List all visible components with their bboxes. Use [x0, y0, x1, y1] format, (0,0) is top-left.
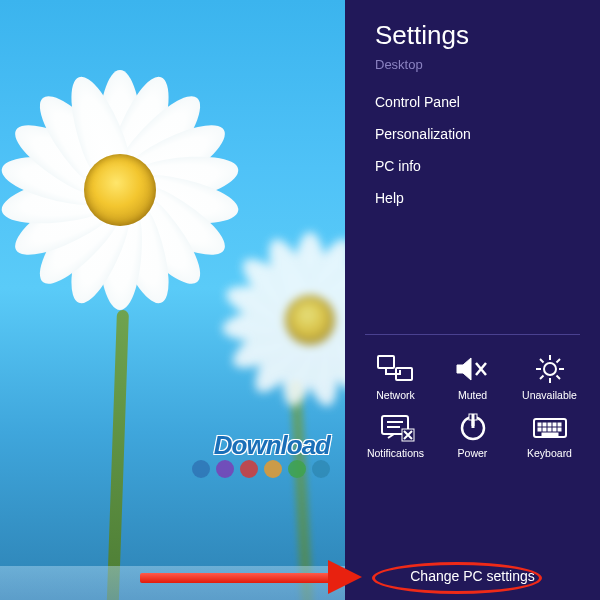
svg-rect-22 — [548, 423, 551, 426]
quick-label: Network — [376, 389, 415, 401]
svg-rect-20 — [538, 423, 541, 426]
quick-brightness[interactable]: Unavailable — [511, 353, 588, 401]
flower-stem — [103, 310, 129, 600]
svg-line-9 — [556, 359, 560, 363]
svg-rect-25 — [538, 428, 541, 431]
svg-rect-26 — [543, 428, 546, 431]
watermark-text: Download — [214, 430, 330, 461]
watermark-dots — [192, 460, 330, 478]
menu-item-control-panel[interactable]: Control Panel — [375, 86, 580, 118]
screen: Download Settings Desktop Control Panel … — [0, 0, 600, 600]
quick-notifications[interactable]: Notifications — [357, 411, 434, 459]
menu-item-help[interactable]: Help — [375, 182, 580, 214]
context-label: Desktop — [375, 57, 580, 72]
svg-rect-0 — [378, 356, 394, 368]
notifications-icon — [376, 411, 416, 443]
svg-rect-28 — [553, 428, 556, 431]
quick-keyboard[interactable]: Keyboard — [511, 411, 588, 459]
menu-item-pc-info[interactable]: PC info — [375, 150, 580, 182]
quick-label: Keyboard — [527, 447, 572, 459]
quick-label: Unavailable — [522, 389, 577, 401]
svg-rect-23 — [553, 423, 556, 426]
quick-network[interactable]: Network — [357, 353, 434, 401]
svg-point-2 — [544, 363, 556, 375]
settings-charm-panel: Settings Desktop Control Panel Personali… — [345, 0, 600, 600]
brightness-icon — [530, 353, 570, 385]
network-icon — [376, 353, 416, 385]
svg-line-8 — [556, 376, 560, 380]
quick-label: Muted — [458, 389, 487, 401]
taskbar[interactable] — [0, 566, 345, 600]
keyboard-icon — [530, 411, 570, 443]
svg-rect-24 — [558, 423, 561, 426]
svg-rect-21 — [543, 423, 546, 426]
svg-rect-27 — [548, 428, 551, 431]
menu-item-personalization[interactable]: Personalization — [375, 118, 580, 150]
panel-title: Settings — [375, 20, 580, 51]
volume-muted-icon — [453, 353, 493, 385]
svg-rect-29 — [558, 428, 561, 431]
power-icon — [453, 411, 493, 443]
svg-line-10 — [540, 376, 544, 380]
quick-volume[interactable]: Muted — [434, 353, 511, 401]
quick-label: Power — [458, 447, 488, 459]
quick-label: Notifications — [367, 447, 424, 459]
svg-line-7 — [540, 359, 544, 363]
svg-rect-30 — [542, 433, 558, 436]
quick-power[interactable]: Power — [434, 411, 511, 459]
quick-settings-grid: Network Muted — [345, 335, 600, 459]
change-pc-settings-link[interactable]: Change PC settings — [345, 568, 600, 584]
